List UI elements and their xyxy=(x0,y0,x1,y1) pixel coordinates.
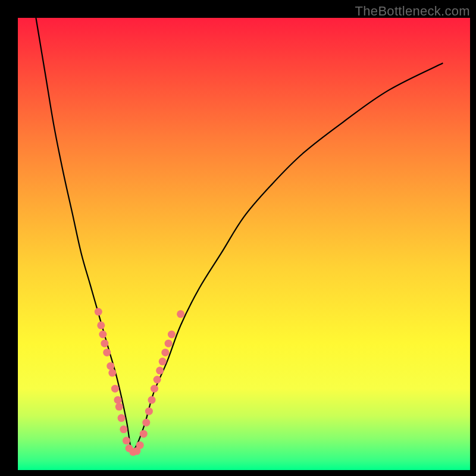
sample-dot xyxy=(177,310,184,318)
sample-dot xyxy=(145,408,153,415)
sample-dot xyxy=(118,414,126,422)
sample-dot xyxy=(151,385,158,393)
sample-dot xyxy=(120,425,127,433)
sample-dot xyxy=(103,349,111,356)
sample-dot xyxy=(107,362,114,370)
sample-dot xyxy=(123,437,130,444)
chart-frame: TheBottleneck.com xyxy=(0,0,476,476)
sample-dot xyxy=(108,369,116,377)
sample-dot xyxy=(95,308,102,316)
watermark-text: TheBottleneck.com xyxy=(355,4,470,19)
chart-svg xyxy=(18,18,470,470)
sample-dot xyxy=(161,349,169,356)
sample-dot xyxy=(154,376,161,384)
sample-dot xyxy=(140,430,148,438)
sample-dot xyxy=(115,403,123,411)
sample-dot xyxy=(97,321,105,329)
plot-area xyxy=(18,18,470,470)
sample-dot xyxy=(159,358,167,365)
sample-dot xyxy=(165,340,173,347)
sample-dot xyxy=(142,419,150,427)
sample-dot xyxy=(168,331,176,339)
sample-dot xyxy=(111,385,119,393)
sample-dot xyxy=(156,367,164,374)
sample-dot xyxy=(148,396,156,404)
bottleneck-curve xyxy=(36,18,443,451)
sample-dot xyxy=(101,340,108,347)
sample-points xyxy=(95,308,184,456)
sample-dot xyxy=(136,441,144,449)
sample-dot xyxy=(114,396,122,404)
sample-dot xyxy=(99,331,107,339)
